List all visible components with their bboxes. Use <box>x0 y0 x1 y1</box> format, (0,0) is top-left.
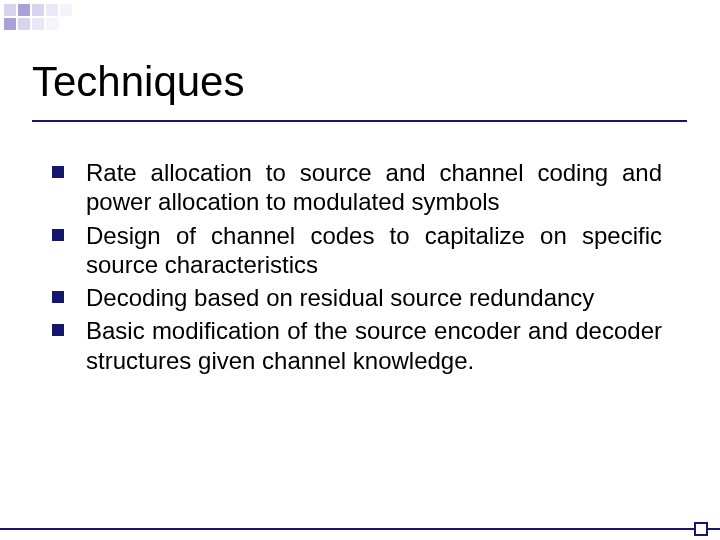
slide-title: Techniques <box>32 58 244 106</box>
square-bullet-icon <box>52 229 64 241</box>
decor-square <box>4 4 16 16</box>
square-bullet-icon <box>52 324 64 336</box>
list-item: Design of channel codes to capitalize on… <box>52 221 662 280</box>
corner-decoration <box>4 4 72 30</box>
square-bullet-icon <box>52 166 64 178</box>
decor-square <box>60 18 72 30</box>
decor-square <box>46 18 58 30</box>
decor-square <box>18 18 30 30</box>
footer-rule <box>0 528 720 530</box>
footer-square-icon <box>694 522 708 536</box>
decor-square <box>60 4 72 16</box>
slide: Techniques Rate allocation to source and… <box>0 0 720 540</box>
decor-square <box>32 18 44 30</box>
title-underline <box>32 120 687 122</box>
decor-square <box>4 18 16 30</box>
list-item: Basic modification of the source encoder… <box>52 316 662 375</box>
bullet-list: Rate allocation to source and channel co… <box>52 158 662 379</box>
bullet-text: Decoding based on residual source redund… <box>86 283 662 312</box>
bullet-text: Design of channel codes to capitalize on… <box>86 221 662 280</box>
list-item: Decoding based on residual source redund… <box>52 283 662 312</box>
decor-square <box>18 4 30 16</box>
square-bullet-icon <box>52 291 64 303</box>
decor-square <box>46 4 58 16</box>
bullet-text: Rate allocation to source and channel co… <box>86 158 662 217</box>
decor-square <box>32 4 44 16</box>
bullet-text: Basic modification of the source encoder… <box>86 316 662 375</box>
list-item: Rate allocation to source and channel co… <box>52 158 662 217</box>
